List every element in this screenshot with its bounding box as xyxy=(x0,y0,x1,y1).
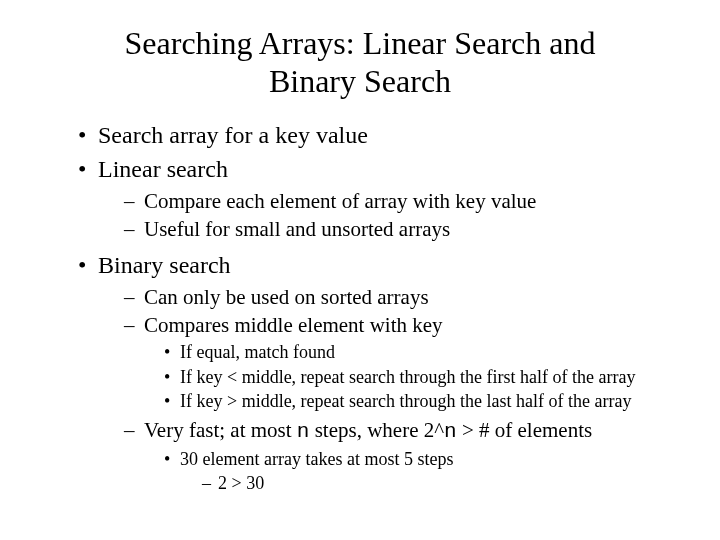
slide-title: Searching Arrays: Linear Search and Bina… xyxy=(88,24,632,101)
fast-example-list: 30 element array takes at most 5 steps 2… xyxy=(164,448,672,496)
bullet-linear-search: Linear search Compare each element of ar… xyxy=(78,153,672,243)
case-key-less: If key < middle, repeat search through t… xyxy=(164,366,672,389)
slide: Searching Arrays: Linear Search and Bina… xyxy=(0,0,720,540)
binary-cases-list: If equal, match found If key < middle, r… xyxy=(164,341,672,413)
bullet-binary-search: Binary search Can only be used on sorted… xyxy=(78,249,672,495)
bullet-list: Search array for a key value Linear sear… xyxy=(78,119,672,496)
example-30-label: 30 element array takes at most 5 steps xyxy=(180,449,453,469)
fast-mid: steps, where 2^ xyxy=(309,418,444,442)
bullet-search-array: Search array for a key value xyxy=(78,119,672,151)
fast-pre: Very fast; at most xyxy=(144,418,297,442)
example-30: 30 element array takes at most 5 steps 2… xyxy=(164,448,672,496)
case-equal: If equal, match found xyxy=(164,341,672,364)
linear-search-sublist: Compare each element of array with key v… xyxy=(124,188,672,244)
binary-compares-middle-label: Compares middle element with key xyxy=(144,313,443,337)
binary-compares-middle: Compares middle element with key If equa… xyxy=(124,312,672,413)
binary-search-sublist: Can only be used on sorted arrays Compar… xyxy=(124,284,672,496)
bullet-linear-search-label: Linear search xyxy=(98,156,228,182)
example-30-sub: 2 > 30 xyxy=(202,472,672,495)
binary-sorted-only: Can only be used on sorted arrays xyxy=(124,284,672,311)
fast-n1: n xyxy=(297,420,310,443)
fast-post: > # of elements xyxy=(457,418,592,442)
binary-very-fast: Very fast; at most n steps, where 2^n > … xyxy=(124,417,672,495)
linear-useful: Useful for small and unsorted arrays xyxy=(124,216,672,243)
example-2-gt-30: 2 > 30 xyxy=(202,472,672,495)
bullet-binary-search-label: Binary search xyxy=(98,252,231,278)
linear-compare: Compare each element of array with key v… xyxy=(124,188,672,215)
case-key-greater: If key > middle, repeat search through t… xyxy=(164,390,672,413)
fast-n2: n xyxy=(444,420,457,443)
